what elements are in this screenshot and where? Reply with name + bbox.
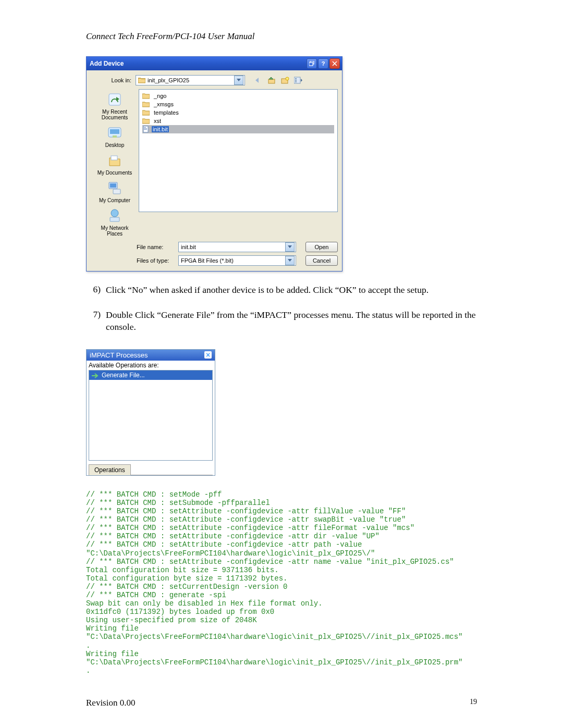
list-item[interactable]: init.bit (142, 125, 334, 133)
list-item[interactable]: _xmsgs (142, 100, 334, 108)
svg-rect-18 (110, 217, 119, 221)
folder-icon (142, 109, 150, 116)
dialog-title: Add Device (90, 60, 124, 67)
impact-item-generate-file[interactable]: Generate File... (89, 371, 212, 380)
filename-label: File name: (137, 244, 178, 250)
svg-rect-6 (295, 78, 297, 79)
impact-processes-panel: iMPACT Processes × Available Operations … (86, 349, 215, 476)
folder-icon (142, 101, 150, 107)
impact-item-label: Generate File... (102, 372, 145, 379)
svg-rect-15 (110, 183, 116, 188)
file-name: _ngo (154, 93, 166, 99)
page-number: 19 (470, 698, 477, 708)
svg-rect-1 (309, 63, 313, 66)
place-label: Desktop (93, 142, 137, 148)
arrow-right-icon (91, 373, 99, 378)
file-name: _xmsgs (154, 101, 174, 107)
file-listing[interactable]: _ngo _xmsgs templates xst init.bit (139, 89, 338, 212)
svg-rect-16 (113, 189, 120, 194)
filename-value: init.bit (181, 244, 196, 250)
console-output: // *** BATCH CMD : setMode -pff // *** B… (86, 490, 477, 675)
list-item[interactable]: xst (142, 117, 334, 125)
place-mycomputer[interactable]: My Computer (93, 180, 137, 203)
filetype-label: Files of type: (137, 257, 178, 264)
chevron-down-icon[interactable] (285, 242, 295, 252)
impact-available-label: Available Operations are: (89, 362, 213, 369)
chevron-down-icon[interactable] (234, 76, 243, 85)
dialog-titlebar[interactable]: Add Device ? (87, 57, 342, 70)
step-6: 6) Click “No” when asked if another devi… (86, 284, 477, 297)
file-name: init.bit (152, 126, 169, 132)
place-mydocs[interactable]: My Documents (93, 152, 137, 176)
up-icon[interactable] (266, 75, 277, 86)
step-number: 6) (86, 284, 106, 297)
cancel-button[interactable]: Cancel (305, 255, 338, 266)
place-network[interactable]: My Network Places (93, 207, 137, 237)
step-text: Click “No” when asked if another device … (106, 284, 477, 297)
computer-icon (106, 180, 123, 196)
step-text: Double Click “Generate File” from the “i… (106, 309, 477, 334)
restore-icon[interactable] (307, 58, 317, 69)
close-icon[interactable] (329, 58, 340, 69)
place-label: My Documents (93, 170, 137, 176)
place-label: My Network Places (93, 225, 137, 237)
chevron-down-icon[interactable] (285, 256, 295, 265)
svg-rect-8 (295, 81, 297, 82)
step-7: 7) Double Click “Generate File” from the… (86, 309, 477, 334)
filename-input[interactable]: init.bit (178, 242, 296, 252)
impact-title-text: iMPACT Processes (90, 351, 148, 359)
help-icon[interactable]: ? (318, 58, 328, 69)
lookin-value: init_plx_GPIO25 (148, 77, 189, 83)
list-item[interactable]: _ngo (142, 92, 334, 100)
recent-icon (106, 91, 123, 108)
filetype-value: FPGA Bit Files (*.bit) (181, 257, 234, 264)
place-desktop[interactable]: Desktop (93, 125, 137, 148)
folder-icon (142, 118, 150, 124)
add-device-dialog: Add Device ? Look in: init_plx_GPIO25 (86, 56, 342, 272)
impact-listbox[interactable]: Generate File... (89, 370, 213, 461)
place-recent[interactable]: My Recent Documents (93, 91, 137, 120)
folder-icon (138, 77, 145, 83)
desktop-icon (106, 125, 123, 141)
filetype-select[interactable]: FPGA Bit Files (*.bit) (178, 255, 296, 266)
svg-point-17 (111, 209, 118, 217)
svg-rect-2 (268, 79, 275, 83)
svg-rect-7 (295, 80, 297, 81)
folder-icon (142, 93, 150, 99)
places-bar: My Recent Documents Desktop My Documents… (91, 89, 139, 239)
views-icon[interactable] (293, 75, 304, 86)
place-label: My Recent Documents (93, 109, 137, 120)
svg-rect-22 (144, 129, 147, 130)
page-header: Connect Tech FreeForm/PCI-104 User Manua… (86, 31, 477, 42)
svg-rect-5 (294, 77, 300, 83)
close-icon[interactable]: × (204, 351, 212, 359)
file-name: xst (154, 118, 161, 124)
lookin-combo[interactable]: init_plx_GPIO25 (136, 75, 245, 85)
file-name: templates (154, 109, 179, 116)
svg-point-4 (286, 77, 289, 80)
new-folder-icon[interactable] (279, 75, 291, 86)
svg-rect-21 (144, 128, 147, 129)
svg-rect-20 (144, 127, 146, 128)
svg-rect-13 (111, 156, 117, 160)
list-item[interactable]: templates (142, 108, 334, 117)
svg-rect-11 (110, 129, 119, 134)
impact-titlebar[interactable]: iMPACT Processes × (87, 350, 215, 361)
lookin-label: Look in: (91, 77, 136, 83)
revision-label: Revision 0.00 (86, 698, 135, 708)
back-icon[interactable] (252, 75, 264, 86)
step-number: 7) (86, 309, 106, 334)
tab-operations[interactable]: Operations (89, 464, 131, 475)
documents-icon (106, 152, 123, 169)
network-icon (106, 207, 123, 224)
svg-rect-12 (113, 135, 117, 138)
file-icon (142, 126, 150, 133)
open-button[interactable]: Open (305, 242, 338, 252)
place-label: My Computer (93, 198, 137, 203)
